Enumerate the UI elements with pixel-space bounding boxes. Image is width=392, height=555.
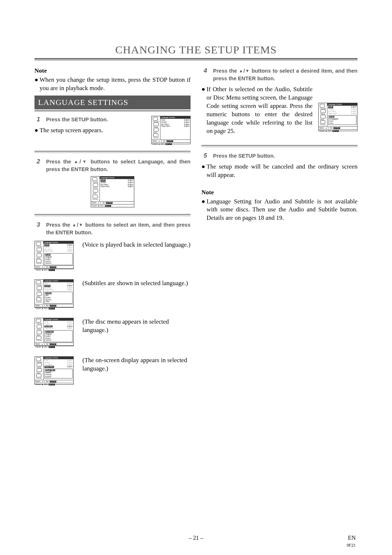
items-container: LanguageDisplayAudioParental Language Co… bbox=[34, 241, 191, 385]
language-item-block: LanguageDisplayAudioParental Language Co… bbox=[34, 356, 191, 385]
language-item-block: LanguageDisplayAudioParental Language Co… bbox=[34, 241, 191, 269]
down-arrow-icon: ▼ bbox=[81, 159, 88, 164]
page-number: – 21 – bbox=[0, 535, 392, 541]
osd-thumbnail-item: LanguageDisplayAudioParental Language Co… bbox=[34, 241, 74, 269]
note-text: When you change the setup items, press t… bbox=[40, 76, 191, 93]
bullet-icon: ● bbox=[34, 126, 40, 135]
banner-rule bbox=[34, 110, 191, 112]
step-number: 5 bbox=[201, 152, 208, 160]
item-description: (Subtitles are shown in selected languag… bbox=[82, 279, 191, 288]
title-rule bbox=[34, 58, 358, 61]
footer-code: 9F21 bbox=[347, 543, 356, 548]
step1-sub: ● The setup screen appears. bbox=[34, 126, 145, 135]
step-number: 1 bbox=[34, 116, 41, 123]
bullet-icon: ● bbox=[201, 198, 207, 223]
step-text: Press the ▲/▼ buttons to select a desire… bbox=[213, 67, 358, 82]
step-5: 5 Press the SETUP button. bbox=[201, 152, 358, 160]
osd-thumbnail-item: LanguageDisplayAudioParental Language Co… bbox=[34, 356, 74, 385]
note-paragraph-right: ● Language Setting for Audio and Subtitl… bbox=[201, 198, 358, 223]
up-arrow-icon: ▲ bbox=[239, 68, 244, 73]
step1-row: 1 Press the SETUP button. ● The setup sc… bbox=[34, 116, 191, 144]
note-text-right: Language Setting for Audio and Subtitle … bbox=[207, 198, 358, 223]
right-column: 4 Press the ▲/▼ buttons to select a desi… bbox=[201, 67, 358, 395]
step3-text-a: Press the bbox=[46, 222, 72, 228]
step-1: 1 Press the SETUP button. bbox=[34, 116, 145, 123]
item-description: (The disc menu appears in selected langu… bbox=[82, 318, 191, 335]
separator-rule bbox=[201, 145, 358, 147]
step4-paragraph: ● If Other is selected on the Audio, Sub… bbox=[201, 85, 313, 135]
note-heading: Note bbox=[34, 67, 191, 74]
up-arrow-icon: ▲ bbox=[72, 222, 77, 227]
bullet-icon: ● bbox=[201, 85, 207, 135]
up-arrow-icon: ▲ bbox=[74, 159, 80, 164]
step-2: 2 Press the ▲/▼ buttons to select Langua… bbox=[34, 158, 191, 173]
two-column-layout: Note ● When you change the setup items, … bbox=[34, 67, 358, 395]
step5-paragraph: ● The setup mode will be canceled and th… bbox=[201, 163, 358, 179]
separator-rule bbox=[34, 214, 191, 216]
osd-thumbnail-item: LanguageDisplayAudioParental Language Co… bbox=[34, 279, 74, 308]
note-paragraph: ● When you change the setup items, press… bbox=[34, 76, 191, 93]
language-item-block: LanguageDisplayAudioParental Language Co… bbox=[34, 318, 191, 346]
language-item-block: LanguageDisplayAudioParental Language Co… bbox=[34, 279, 191, 308]
osd-thumbnail-step4: LanguageDisplayAudioParental Language Co… bbox=[318, 103, 358, 131]
step-text: Press the SETUP button. bbox=[46, 116, 145, 123]
bullet-icon: ● bbox=[201, 163, 207, 179]
page-title: CHANGING THE SETUP ITEMS bbox=[34, 44, 358, 56]
step4-text-a: Press the bbox=[213, 68, 239, 74]
osd-thumbnail-step2: LanguageDisplayAudioParental Language Co… bbox=[91, 176, 134, 207]
step-4: 4 Press the ▲/▼ buttons to select a desi… bbox=[201, 67, 358, 82]
step-3: 3 Press the ▲/▼ buttons to select an ite… bbox=[34, 221, 191, 236]
step-number: 4 bbox=[201, 67, 208, 82]
step-number: 3 bbox=[34, 221, 41, 236]
step2-text-a: Press the bbox=[46, 159, 74, 165]
down-arrow-icon: ▼ bbox=[78, 222, 83, 227]
step-text: Press the SETUP button. bbox=[213, 152, 358, 160]
item-description: (Voice is played back in selected langua… bbox=[82, 241, 191, 249]
step-number: 2 bbox=[34, 158, 41, 173]
bullet-icon: ● bbox=[34, 76, 40, 93]
left-column: Note ● When you change the setup items, … bbox=[34, 67, 191, 395]
separator-rule bbox=[34, 151, 191, 153]
item-description: (The on-screen display appears in select… bbox=[82, 356, 191, 373]
footer-lang: EN bbox=[348, 535, 356, 541]
note-heading-right: Note bbox=[201, 189, 358, 196]
osd-thumbnail-step1: LanguageDisplayAudioParental Language Co… bbox=[151, 116, 191, 144]
osd-thumbnail-item: LanguageDisplayAudioParental Language Co… bbox=[34, 318, 74, 346]
down-arrow-icon: ▼ bbox=[245, 68, 250, 73]
step4-para-text: If Other is selected on the Audio, Subti… bbox=[207, 85, 313, 135]
step-text: Press the ▲/▼ buttons to select an item,… bbox=[46, 221, 191, 236]
step5-para-text: The setup mode will be canceled and the … bbox=[207, 163, 358, 179]
step-text: Press the ▲/▼ buttons to select Language… bbox=[46, 158, 191, 173]
section-banner: LANGUAGE SETTINGS bbox=[34, 96, 191, 109]
step1-sub-text: The setup screen appears. bbox=[40, 126, 145, 135]
